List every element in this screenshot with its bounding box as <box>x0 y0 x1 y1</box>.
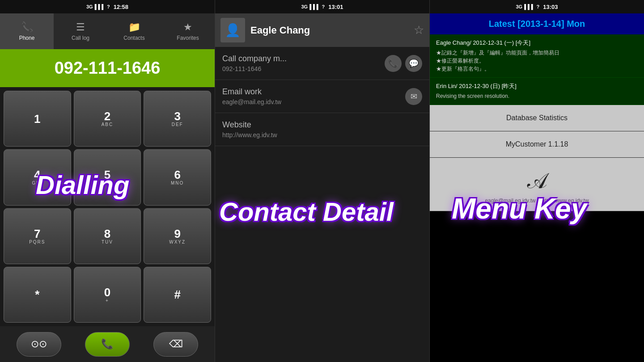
contact-header: 👤 Eagle Chang ☆ <box>215 13 429 47</box>
key-1-main: 1 <box>34 113 40 125</box>
battery-icon: ? <box>107 4 110 9</box>
app-url: eagle@mail.eg.idv.tw ~ http://www.eg.idv… <box>437 198 637 204</box>
delete-button[interactable]: ⌫ <box>153 332 198 357</box>
key-star[interactable]: * <box>4 267 71 323</box>
time-contact: 13:01 <box>328 4 343 10</box>
contact-email-value: eagle@mail.eg.idv.tw <box>222 98 400 105</box>
log-entry-0: Eagle Chang/ 2012-12-31 (一) [今天] ★記錄之『新增… <box>430 34 644 78</box>
tab-bar: 📞 Phone ☰ Call log 📁 Contacts ★ Favorite… <box>0 13 215 49</box>
key-2[interactable]: 2 ABC <box>74 91 141 147</box>
key-4[interactable]: 4 GHI <box>4 149 71 205</box>
contact-signal-bars: ▌▌▌ <box>309 4 320 9</box>
key-6[interactable]: 6 MNO <box>144 149 211 205</box>
key-3-sub: DEF <box>172 122 183 127</box>
key-7[interactable]: 7 PQRS <box>4 208 71 264</box>
avatar-icon: 👤 <box>225 23 241 38</box>
status-bar-menu: 3G ▌▌▌ ? 13:03 <box>430 0 644 13</box>
voicemail-button[interactable]: ⊙⊙ <box>17 332 61 357</box>
contact-star-icon[interactable]: ☆ <box>414 23 424 37</box>
tab-calllog-label: Call log <box>72 35 89 41</box>
bottom-bar: ⊙⊙ 📞 ⌫ <box>0 326 215 362</box>
contact-phone-value: 092-111-1646 <box>222 65 379 72</box>
status-bar-contact: 3G ▌▌▌ ? 13:01 <box>215 0 429 13</box>
app-logo-icon: 𝒜 <box>437 168 637 194</box>
panel-contact: 3G ▌▌▌ ? 13:01 👤 Eagle Chang ☆ Call comp… <box>215 0 429 362</box>
contact-signal-3g: 3G <box>301 4 308 9</box>
tab-contacts-label: Contacts <box>123 35 144 41</box>
time-dialling: 12:58 <box>114 4 128 10</box>
key-6-sub: MNO <box>171 181 184 185</box>
menu-header-title: Latest [2013-1-14] Mon <box>437 19 637 29</box>
message-icon: 💬 <box>409 59 419 68</box>
key-1[interactable]: 1 <box>4 91 71 147</box>
key-star-main: * <box>35 289 39 300</box>
menu-item-database-stats[interactable]: Database Statistics <box>430 105 644 131</box>
dial-display: 092-111-1646 <box>0 49 215 87</box>
delete-icon: ⌫ <box>169 338 183 350</box>
contact-website-label: Website <box>222 120 422 130</box>
contact-name: Eagle Chang <box>250 25 408 36</box>
key-2-sub: ABC <box>102 122 114 127</box>
time-menu: 13:03 <box>543 4 558 10</box>
menu-log-section: Eagle Chang/ 2012-12-31 (一) [今天] ★記錄之『新增… <box>430 34 644 105</box>
menu-signal-bars: ▌▌▌ <box>524 4 534 9</box>
call-contact-icon: 📞 <box>388 59 398 68</box>
menu-item-mycustomer[interactable]: MyCustomer 1.1.18 <box>430 131 644 158</box>
key-9[interactable]: 9 WXYZ <box>144 208 211 264</box>
contact-phone-section: Call company m... 092-111-1646 📞 💬 <box>215 47 429 80</box>
signal-bars-icon: ▌▌▌ <box>95 4 105 9</box>
log-entry-0-header: Eagle Chang/ 2012-12-31 (一) [今天] <box>436 39 638 47</box>
key-0-main: 0 <box>104 286 110 298</box>
key-7-sub: PQRS <box>29 240 45 244</box>
call-button[interactable]: 📞 <box>85 332 130 357</box>
panel-menu: 3G ▌▌▌ ? 13:03 Latest [2013-1-14] Mon Ea… <box>429 0 644 362</box>
contact-email-section: Email work eagle@mail.eg.idv.tw ✉ <box>215 80 429 113</box>
tab-favorites[interactable]: ★ Favorites <box>161 13 215 49</box>
tab-calllog[interactable]: ☰ Call log <box>54 13 107 49</box>
signal-3g-icon: 3G <box>86 4 93 9</box>
log-entry-1: Erin Lin/ 2012-12-30 (日) [昨天] Revising t… <box>430 78 644 105</box>
key-9-sub: WXYZ <box>169 240 186 244</box>
key-3[interactable]: 3 DEF <box>144 91 211 147</box>
key-hash[interactable]: # <box>144 267 211 323</box>
key-7-main: 7 <box>34 228 40 240</box>
menu-header: Latest [2013-1-14] Mon <box>430 13 644 34</box>
favorites-icon: ★ <box>183 21 192 33</box>
key-5-main: 5 <box>104 169 110 181</box>
contact-battery-icon: ? <box>322 4 325 9</box>
phone-icon: 📞 <box>21 21 33 33</box>
key-2-main: 2 <box>104 110 110 122</box>
message-contact-button[interactable]: 💬 <box>405 55 422 72</box>
contact-phone-actions: 📞 💬 <box>385 55 422 72</box>
tab-contacts[interactable]: 📁 Contacts <box>107 13 161 49</box>
key-0-sub: + <box>106 298 109 303</box>
key-8[interactable]: 8 TUV <box>74 208 141 264</box>
call-contact-button[interactable]: 📞 <box>385 55 402 72</box>
key-5-sub: JKL <box>102 181 112 185</box>
key-5[interactable]: 5 JKL <box>74 149 141 205</box>
status-icons-dialling: 3G ▌▌▌ ? <box>86 4 110 9</box>
contact-phone-info: Call company m... 092-111-1646 <box>222 54 379 72</box>
contact-website-value: http://www.eg.idv.tw <box>222 131 422 139</box>
call-icon: 📞 <box>101 338 113 350</box>
key-8-sub: TUV <box>102 240 113 244</box>
key-4-main: 4 <box>34 169 40 181</box>
keypad: 1 2 ABC 3 DEF 4 GHI 5 JKL 6 MNO 7 PQRS 8… <box>0 87 215 326</box>
tab-phone[interactable]: 📞 Phone <box>0 13 54 49</box>
contact-website-section: Website http://www.eg.idv.tw <box>215 113 429 146</box>
log-entry-1-header: Erin Lin/ 2012-12-30 (日) [昨天] <box>436 82 638 90</box>
contact-website-info: Website http://www.eg.idv.tw <box>222 120 422 139</box>
menu-app-info: 𝒜 eagle@mail.eg.idv.tw ~ http://www.eg.i… <box>430 158 644 211</box>
contact-phone-label: Call company m... <box>222 54 379 63</box>
menu-signal-3g: 3G <box>516 4 522 9</box>
contact-email-info: Email work eagle@mail.eg.idv.tw <box>222 87 400 105</box>
dial-number: 092-111-1646 <box>55 59 161 78</box>
email-icon: ✉ <box>411 92 417 101</box>
key-0[interactable]: 0 + <box>74 267 141 323</box>
contact-avatar: 👤 <box>220 18 245 42</box>
menu-bottom: Database Statistics MyCustomer 1.1.18 𝒜 … <box>430 105 644 362</box>
email-contact-button[interactable]: ✉ <box>405 88 422 105</box>
panel-dialling: 3G ▌▌▌ ? 12:58 📞 Phone ☰ Call log 📁 Cont… <box>0 0 215 362</box>
menu-battery-icon: ? <box>537 4 540 9</box>
log-entry-1-body: Revising the screen resolution. <box>436 92 638 100</box>
